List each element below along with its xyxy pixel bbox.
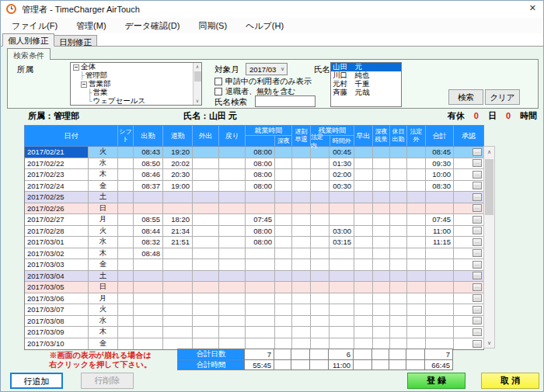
register-button[interactable]: 登 録 [407, 373, 466, 389]
cell-shift [118, 181, 134, 192]
table-row[interactable]: 2017/03/01水08:3221:5108:0003:1511:15… [25, 237, 483, 248]
grid-scroll-down-icon[interactable]: ∨ [484, 338, 494, 348]
table-row[interactable]: 2017/02/24金08:3719:0008:0000:3008:30… [25, 181, 483, 193]
cell-wd: 金 [89, 181, 118, 192]
cell-approve: … [454, 169, 483, 180]
tree-collapse-icon[interactable] [81, 82, 87, 88]
cell-total [426, 304, 454, 315]
name-list-item[interactable]: 斉藤 元哉 [331, 88, 401, 97]
grid-scroll-up-icon[interactable]: ∧ [484, 147, 494, 157]
table-row[interactable]: 2017/03/09木… [25, 327, 483, 338]
table-row[interactable]: 2017/03/06月… [25, 293, 483, 305]
tree-item[interactable]: └ウェブセールス [71, 97, 201, 106]
search-button[interactable]: 検索 [448, 89, 483, 105]
menu-item-sync[interactable]: 同期(S) [198, 20, 227, 32]
cell-wd: 月 [89, 293, 118, 304]
approve-button[interactable]: … [473, 182, 482, 189]
name-search-input[interactable] [255, 95, 316, 107]
tree-scroll-down-icon[interactable]: ∨ [194, 97, 201, 105]
table-row[interactable]: 2017/03/03金… [25, 259, 483, 271]
pending-only-checkbox[interactable] [214, 78, 222, 85]
clear-button[interactable]: クリア [485, 89, 520, 105]
approve-button[interactable]: … [473, 216, 482, 224]
cell-in [134, 192, 163, 203]
table-row[interactable]: 2017/03/08水… [25, 316, 483, 328]
cell-in: 08:55 [134, 214, 163, 225]
cancel-button[interactable]: 取 消 [481, 373, 539, 389]
cell-late [292, 316, 311, 327]
approve-button[interactable]: … [473, 317, 482, 324]
table-row[interactable]: 2017/03/07火… [25, 304, 483, 316]
cell-early [354, 203, 373, 214]
approve-button[interactable]: … [473, 249, 482, 257]
cell-go [193, 169, 219, 180]
approve-button[interactable]: … [473, 193, 482, 201]
cell-nightot [373, 203, 390, 214]
approve-button[interactable]: … [473, 159, 482, 167]
approve-button[interactable]: … [473, 227, 482, 234]
tree-scroll-up-icon[interactable]: ∧ [194, 63, 201, 71]
cell-out [163, 327, 193, 338]
tree-scrollbar[interactable]: ∧ ∨ [193, 63, 201, 105]
approve-button[interactable]: … [473, 272, 482, 279]
grid-vertical-scrollbar[interactable]: ∧ ∨ [483, 146, 495, 349]
cell-wd: 水 [89, 316, 118, 327]
table-row[interactable]: 2017/03/04土… [25, 271, 483, 283]
cell-night [275, 271, 292, 282]
approve-button[interactable]: … [473, 148, 482, 156]
cell-nightot [373, 282, 390, 293]
table-row[interactable]: 2017/03/10金… [25, 338, 483, 350]
table-row[interactable]: 2017/03/02木08:48… [25, 248, 483, 260]
approve-button[interactable]: … [473, 340, 482, 348]
approve-button[interactable]: … [473, 238, 482, 246]
cell-out: 21:34 [163, 226, 193, 237]
employee-listbox[interactable]: 山田 元川口 純也元村 千重斉藤 元哉 [330, 62, 402, 107]
tab-daily-correction[interactable]: 日別修正 [54, 35, 97, 47]
menu-item-file[interactable]: ファイル(F) [12, 20, 58, 32]
tab-personal-correction[interactable]: 個人別修正 [2, 33, 54, 47]
approve-button[interactable]: … [473, 306, 482, 314]
approve-button[interactable]: … [473, 261, 482, 269]
grid-scroll-thumb[interactable] [485, 159, 493, 215]
table-row[interactable]: 2017/03/05日… [25, 282, 483, 293]
table-row[interactable]: 2017/02/23木08:4620:3008:0002:0010:00… [25, 169, 483, 181]
delete-row-button[interactable]: 行削除 [81, 373, 134, 389]
department-tree[interactable]: 全体├管理部営業部├営業└ウェブセールス ∧ ∨ [70, 62, 202, 106]
retired-include-checkbox[interactable] [214, 88, 222, 95]
menu-item-help[interactable]: ヘルプ(H) [246, 20, 284, 32]
cell-early [354, 282, 373, 293]
selected-name: 氏名：山田 元 [183, 110, 237, 122]
menu-item-manage[interactable]: 管理(M) [76, 20, 106, 32]
approve-button[interactable]: … [473, 283, 482, 291]
search-conditions-tab[interactable]: 検索条件 [7, 48, 51, 60]
close-icon[interactable]: ✕ [529, 3, 536, 13]
cell-holiday [390, 327, 407, 338]
approve-button[interactable]: … [473, 204, 482, 212]
tree-collapse-icon[interactable] [73, 64, 79, 71]
cell-nonlegal [407, 181, 426, 192]
approve-button[interactable]: … [473, 171, 482, 179]
cell-in [134, 203, 163, 214]
app-window: 管理者 - TimeCharger AirTouch ✕ ファイル(F) 管理(… [0, 0, 544, 392]
target-month-select[interactable]: 2017/03 ∨ [246, 63, 288, 75]
table-row[interactable]: 2017/02/26日… [25, 203, 483, 215]
table-row[interactable]: 2017/02/21火08:4319:2008:0000:4508:45… [25, 147, 483, 158]
tree-item[interactable]: 営業部 [71, 80, 201, 88]
cell-late [292, 293, 311, 304]
table-row[interactable]: 2017/02/25土… [25, 192, 483, 203]
add-row-button[interactable]: 行追加 [10, 373, 63, 389]
table-row[interactable]: 2017/02/22水08:5020:0208:0001:3009:30… [25, 158, 483, 170]
totals-time-extra: 11:00 [329, 359, 354, 370]
cell-in [134, 338, 163, 350]
cell-nonlegal [407, 147, 426, 158]
cell-legal [311, 158, 330, 169]
cell-holiday [390, 214, 407, 225]
menu-item-data-check[interactable]: データ確認(D) [125, 20, 180, 32]
tree-scroll-thumb[interactable] [194, 71, 201, 82]
approve-button[interactable]: … [473, 328, 482, 336]
table-row[interactable]: 2017/02/28火08:4421:3408:0003:0011:00… [25, 226, 483, 238]
table-row[interactable]: 2017/02/27月08:5518:2007:4507:45… [25, 214, 483, 226]
approve-button[interactable]: … [473, 294, 482, 302]
cell-total: 10:00 [426, 169, 454, 180]
cell-early [354, 181, 373, 192]
